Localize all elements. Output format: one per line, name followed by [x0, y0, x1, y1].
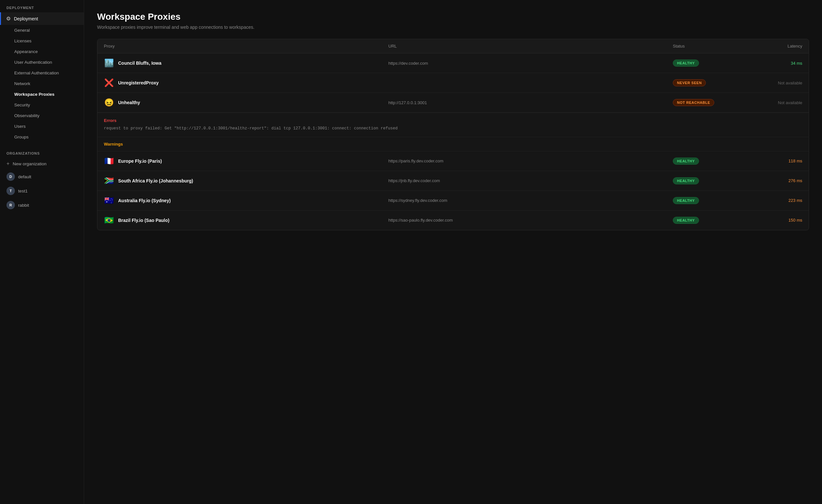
- sidebar-org-default[interactable]: Ddefault: [0, 169, 84, 184]
- proxy-latency-unregistered: Not available: [744, 80, 802, 85]
- proxy-table: Proxy URL Status Latency 🏙️ Council Bluf…: [97, 39, 809, 230]
- proxy-cell-europe-paris: 🇫🇷 Europe Fly.io (Paris): [104, 156, 388, 166]
- org-label-default: default: [18, 174, 31, 179]
- status-badge-unregistered: NEVER SEEN: [673, 79, 706, 86]
- status-badge-south-africa: HEALTHY: [673, 177, 699, 184]
- proxy-cell-unhealthy: 😖 Unhealthy: [104, 98, 388, 107]
- main-content: Workspace Proxies Workspace proxies impr…: [84, 0, 822, 504]
- status-badge-brazil-sao-paulo: HEALTHY: [673, 217, 699, 224]
- sidebar-item-users[interactable]: Users: [0, 121, 84, 132]
- sidebar-org-test1[interactable]: Ttest1: [0, 184, 84, 198]
- sidebar-deployment-label: Deployment: [14, 16, 38, 21]
- org-list: DdefaultTtest1Rrabbit: [0, 169, 84, 212]
- page-title: Workspace Proxies: [97, 12, 809, 22]
- proxy-name-unhealthy: Unhealthy: [118, 100, 140, 105]
- error-block-unhealthy: Errors request to proxy failed: Get "htt…: [97, 113, 809, 137]
- sidebar-nav: GeneralLicensesAppearanceUser Authentica…: [0, 25, 84, 142]
- sidebar-item-network[interactable]: Network: [0, 78, 84, 89]
- header-latency: Latency: [744, 44, 802, 48]
- proxy-url-europe-paris: https://paris.fly.dev.coder.com: [388, 158, 673, 163]
- table-header: Proxy URL Status Latency: [97, 39, 809, 53]
- proxy-icon-south-africa: 🇿🇦: [104, 176, 114, 185]
- sidebar-item-user-authentication[interactable]: User Authentication: [0, 57, 84, 68]
- sidebar-item-workspace-proxies[interactable]: Workspace Proxies: [0, 89, 84, 100]
- proxy-url-australia-sydney: https://sydney.fly.dev.coder.com: [388, 198, 673, 203]
- proxy-cell-australia-sydney: 🇦🇺 Australia Fly.io (Sydney): [104, 196, 388, 205]
- proxy-cell-unregistered: ❌ UnregisteredProxy: [104, 78, 388, 87]
- table-row-europe-paris: 🇫🇷 Europe Fly.io (Paris) https://paris.f…: [97, 151, 809, 171]
- proxy-status-australia-sydney: HEALTHY: [673, 197, 744, 204]
- header-status: Status: [673, 44, 744, 48]
- sidebar-deployment-item[interactable]: ⚙ Deployment: [0, 12, 84, 25]
- new-org-label: New organization: [13, 161, 46, 166]
- org-label-rabbit: rabbit: [18, 203, 29, 208]
- proxy-latency-australia-sydney: 223 ms: [744, 198, 802, 203]
- sidebar-item-appearance[interactable]: Appearance: [0, 46, 84, 57]
- sidebar-item-general[interactable]: General: [0, 25, 84, 36]
- table-row-council-bluffs: 🏙️ Council Bluffs, Iowa https://dev.code…: [97, 53, 809, 73]
- orgs-section: ORGANIZATIONS + New organization Ddefaul…: [0, 142, 84, 212]
- proxy-rows: 🏙️ Council Bluffs, Iowa https://dev.code…: [97, 53, 809, 137]
- proxy-icon-unhealthy: 😖: [104, 98, 114, 107]
- proxy-cell-council-bluffs: 🏙️ Council Bluffs, Iowa: [104, 59, 388, 68]
- status-badge-council-bluffs: HEALTHY: [673, 59, 699, 67]
- header-url: URL: [388, 44, 673, 48]
- proxy-name-brazil-sao-paulo: Brazil Fly.io (Sao Paulo): [118, 218, 169, 223]
- sidebar-item-observability[interactable]: Observability: [0, 110, 84, 121]
- sidebar-org-rabbit[interactable]: Rrabbit: [0, 198, 84, 212]
- error-text-unhealthy: request to proxy failed: Get "http://127…: [104, 125, 802, 132]
- proxy-url-south-africa: https://jnb.fly.dev.coder.com: [388, 178, 673, 183]
- proxy-status-unhealthy: NOT REACHABLE: [673, 99, 744, 106]
- proxy-status-unregistered: NEVER SEEN: [673, 79, 744, 86]
- error-title-unhealthy: Errors: [104, 118, 802, 123]
- proxy-url-council-bluffs: https://dev.coder.com: [388, 61, 673, 66]
- new-org-button[interactable]: + New organization: [0, 158, 84, 169]
- header-proxy: Proxy: [104, 44, 388, 48]
- proxy-icon-brazil-sao-paulo: 🇧🇷: [104, 216, 114, 225]
- proxy-name-south-africa: South Africa Fly.io (Johannesburg): [118, 178, 193, 183]
- healthy-proxy-rows: 🇫🇷 Europe Fly.io (Paris) https://paris.f…: [97, 151, 809, 230]
- sidebar-item-licenses[interactable]: Licenses: [0, 36, 84, 46]
- proxy-icon-unregistered: ❌: [104, 78, 114, 87]
- table-row-south-africa: 🇿🇦 South Africa Fly.io (Johannesburg) ht…: [97, 171, 809, 191]
- proxy-latency-brazil-sao-paulo: 150 ms: [744, 218, 802, 222]
- proxy-status-europe-paris: HEALTHY: [673, 157, 744, 165]
- status-badge-unhealthy: NOT REACHABLE: [673, 99, 714, 106]
- proxy-name-australia-sydney: Australia Fly.io (Sydney): [118, 198, 170, 203]
- warnings-title: Warnings: [104, 142, 802, 146]
- table-row-brazil-sao-paulo: 🇧🇷 Brazil Fly.io (Sao Paulo) https://sao…: [97, 210, 809, 230]
- proxy-icon-europe-paris: 🇫🇷: [104, 156, 114, 166]
- proxy-latency-council-bluffs: 34 ms: [744, 61, 802, 66]
- plus-icon: +: [6, 161, 9, 166]
- sidebar-item-groups[interactable]: Groups: [0, 132, 84, 142]
- proxy-latency-europe-paris: 118 ms: [744, 158, 802, 163]
- status-badge-europe-paris: HEALTHY: [673, 157, 699, 165]
- deployment-section-label: DEPLOYMENT: [0, 0, 84, 12]
- table-row-unregistered: ❌ UnregisteredProxy NEVER SEEN Not avail…: [97, 73, 809, 93]
- orgs-section-label: ORGANIZATIONS: [0, 145, 84, 158]
- warnings-block: Warnings: [97, 137, 809, 151]
- status-badge-australia-sydney: HEALTHY: [673, 197, 699, 204]
- proxy-status-council-bluffs: HEALTHY: [673, 59, 744, 67]
- proxy-url-brazil-sao-paulo: https://sao-paulo.fly.dev.coder.com: [388, 218, 673, 222]
- proxy-cell-south-africa: 🇿🇦 South Africa Fly.io (Johannesburg): [104, 176, 388, 185]
- proxy-name-council-bluffs: Council Bluffs, Iowa: [118, 60, 161, 66]
- proxy-icon-australia-sydney: 🇦🇺: [104, 196, 114, 205]
- proxy-cell-brazil-sao-paulo: 🇧🇷 Brazil Fly.io (Sao Paulo): [104, 216, 388, 225]
- proxy-icon-council-bluffs: 🏙️: [104, 59, 114, 68]
- sidebar: DEPLOYMENT ⚙ Deployment GeneralLicensesA…: [0, 0, 84, 504]
- sidebar-item-external-authentication[interactable]: External Authentication: [0, 68, 84, 78]
- org-avatar-test1: T: [6, 187, 15, 195]
- table-row-australia-sydney: 🇦🇺 Australia Fly.io (Sydney) https://syd…: [97, 191, 809, 210]
- page-subtitle: Workspace proxies improve terminal and w…: [97, 25, 809, 30]
- table-row-unhealthy: 😖 Unhealthy http://127.0.0.1:3001 NOT RE…: [97, 93, 809, 113]
- sidebar-item-security[interactable]: Security: [0, 100, 84, 110]
- org-label-test1: test1: [18, 188, 27, 193]
- gear-icon: ⚙: [6, 16, 11, 22]
- proxy-status-brazil-sao-paulo: HEALTHY: [673, 217, 744, 224]
- org-avatar-rabbit: R: [6, 201, 15, 209]
- proxy-url-unhealthy: http://127.0.0.1:3001: [388, 100, 673, 105]
- proxy-status-south-africa: HEALTHY: [673, 177, 744, 184]
- proxy-latency-unhealthy: Not available: [744, 100, 802, 105]
- proxy-name-europe-paris: Europe Fly.io (Paris): [118, 158, 162, 164]
